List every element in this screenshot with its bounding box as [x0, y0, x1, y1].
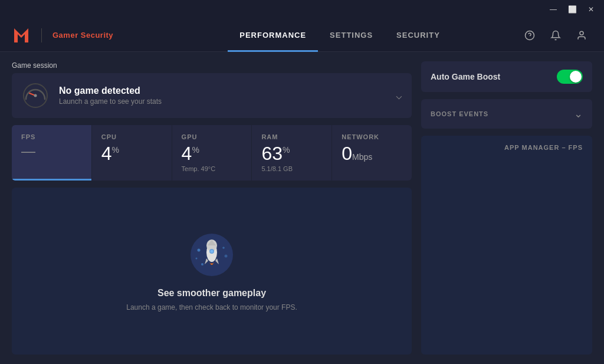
help-button[interactable] — [519, 25, 540, 46]
game-session-label: Game session — [12, 61, 412, 70]
user-icon — [576, 30, 587, 41]
stat-tab-gpu[interactable]: GPU 4% Temp. 49°C — [172, 125, 252, 181]
game-session-chevron-down-icon[interactable]: ⌵ — [396, 89, 402, 102]
speedometer-icon — [21, 81, 50, 110]
logo-area: Gamer Security — [12, 27, 113, 44]
titlebar: — ⬜ ✕ — [0, 0, 604, 19]
app-manager-label: APP MANAGER – FPS — [504, 144, 583, 151]
fps-panel-subtitle: Launch a game, then check back to monito… — [126, 303, 297, 311]
ram-label: RAM — [261, 133, 322, 140]
boost-label: Auto Game Boost — [431, 72, 500, 81]
app-manager-panel: APP MANAGER – FPS — [421, 136, 592, 355]
gpu-sub: Temp. 49°C — [182, 165, 242, 172]
brand-subtitle: Gamer Security — [52, 31, 113, 40]
help-icon — [524, 30, 535, 41]
rocket-icon — [188, 231, 235, 278]
cpu-label: CPU — [101, 133, 162, 140]
account-button[interactable] — [571, 25, 592, 46]
stats-container: FPS — CPU 4% GPU 4% Temp. 49°C RAM — [12, 125, 412, 181]
game-info: No game detected Launch a game to see yo… — [59, 86, 386, 106]
main-content: Game session No game detected Launch a g… — [0, 52, 604, 364]
ram-value: 63% — [261, 144, 322, 163]
close-button[interactable]: ✕ — [583, 1, 599, 18]
svg-point-10 — [222, 247, 225, 249]
game-subtitle: Launch a game to see your stats — [59, 97, 386, 106]
header-actions — [519, 25, 592, 46]
svg-point-5 — [34, 94, 37, 97]
cpu-value: 4% — [101, 144, 162, 163]
boost-events-card[interactable]: BOOST EVENTS ⌄ — [421, 99, 592, 129]
logo-divider — [41, 28, 42, 42]
svg-point-9 — [201, 263, 203, 265]
tab-settings[interactable]: SETTINGS — [318, 19, 385, 52]
stat-tab-ram[interactable]: RAM 63% 5.1/8.1 GB — [252, 125, 332, 181]
notifications-button[interactable] — [545, 25, 566, 46]
boost-events-chevron-down-icon: ⌄ — [574, 107, 583, 120]
auto-game-boost-toggle[interactable] — [557, 70, 583, 84]
svg-point-7 — [198, 248, 201, 251]
fps-label: FPS — [21, 133, 82, 140]
gpu-label: GPU — [182, 133, 242, 140]
svg-point-15 — [211, 250, 214, 252]
game-session-card[interactable]: No game detected Launch a game to see yo… — [12, 73, 412, 118]
bell-icon — [550, 30, 561, 41]
svg-point-8 — [196, 257, 198, 259]
header: Gamer Security PERFORMANCE SETTINGS SECU… — [0, 19, 604, 52]
restore-button[interactable]: ⬜ — [564, 1, 580, 18]
fps-value: — — [21, 144, 82, 158]
game-title: No game detected — [59, 86, 386, 96]
boost-events-label: BOOST EVENTS — [431, 110, 488, 117]
toggle-knob — [570, 71, 582, 83]
left-panel: Game session No game detected Launch a g… — [12, 61, 412, 355]
mcafee-logo — [12, 27, 31, 44]
tab-security[interactable]: SECURITY — [385, 19, 452, 52]
tab-performance[interactable]: PERFORMANCE — [228, 19, 318, 52]
boost-card: Auto Game Boost — [421, 61, 592, 92]
mcafee-logo-icon — [12, 27, 31, 44]
right-panel: Auto Game Boost BOOST EVENTS ⌄ APP MANAG… — [421, 61, 592, 355]
fps-lower-panel: See smoother gameplay Launch a game, the… — [12, 188, 412, 355]
stat-tab-cpu[interactable]: CPU 4% — [92, 125, 172, 181]
svg-point-2 — [580, 31, 583, 35]
nav-tabs: PERFORMANCE SETTINGS SECURITY — [160, 19, 519, 52]
ram-sub: 5.1/8.1 GB — [261, 165, 322, 172]
minimize-button[interactable]: — — [545, 1, 562, 18]
stat-tab-fps[interactable]: FPS — — [12, 125, 92, 181]
network-label: NETWORK — [342, 133, 402, 140]
gpu-value: 4% — [182, 144, 242, 163]
svg-point-11 — [225, 254, 228, 257]
stat-tab-network[interactable]: NETWORK 0Mbps — [332, 125, 412, 181]
game-session-section: Game session No game detected Launch a g… — [12, 61, 412, 118]
network-value: 0Mbps — [342, 144, 402, 163]
fps-panel-title: See smoother gameplay — [157, 288, 266, 299]
